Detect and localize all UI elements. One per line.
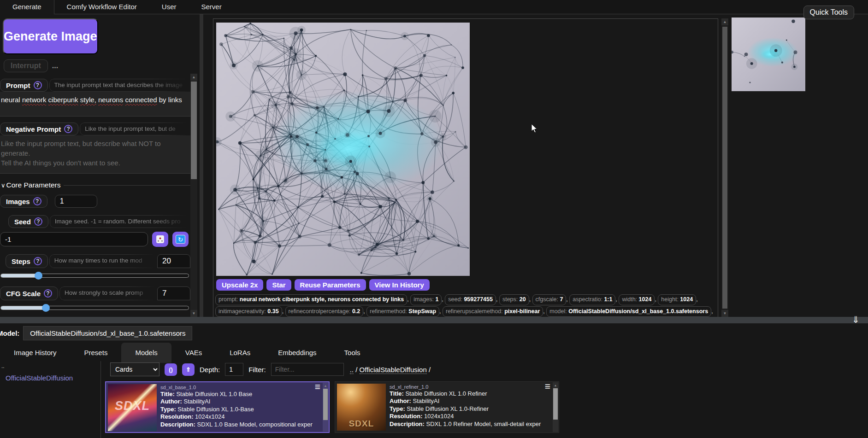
horizontal-splitter[interactable]: ⇓ [0, 317, 868, 323]
nav-tab-server[interactable]: Server [189, 0, 234, 14]
model-card-sd_xl_refiner_1.0[interactable]: SDXLsd_xl_refiner_1.0Title: Stable Diffu… [335, 381, 559, 433]
nav-tab-user[interactable]: User [149, 0, 189, 14]
help-icon[interactable]: ? [64, 125, 72, 133]
prompt-input[interactable]: neural network ciberpunk style, neurons … [0, 92, 190, 117]
steps-slider[interactable] [0, 272, 189, 280]
seed-label: Seed ? [8, 215, 48, 228]
reuse-seed-button[interactable]: ↻ [172, 232, 189, 247]
model-type: Type: Stable Diffusion XL 1.0-Refiner [390, 405, 549, 413]
metadata-pill-prompt: prompt: neural network ciberpunk style, … [215, 294, 407, 305]
model-file-name: sd_xl_base_1.0 [160, 384, 319, 391]
tab-presets[interactable]: Presets [71, 343, 122, 363]
upload-button[interactable]: ⇑ [182, 363, 195, 376]
tab-image-history[interactable]: Image History [0, 343, 71, 363]
splitter-arrow-icon[interactable]: ⇓ [852, 314, 860, 325]
refresh-button[interactable]: () [165, 363, 177, 376]
generated-image[interactable] [216, 23, 470, 276]
viewer-scrollbar[interactable]: ▲ ▼ [721, 18, 728, 317]
help-icon[interactable]: ? [33, 197, 41, 205]
metadata-pill-model: model: OfficialStableDiffusion/sd_xl_bas… [546, 306, 711, 317]
model-card-sd_xl_base_1.0[interactable]: SDXLsd_xl_base_1.0Title: Stable Diffusio… [105, 381, 330, 433]
current-model-value[interactable]: OfficialStableDiffusion/sd_xl_base_1.0.s… [23, 326, 192, 340]
cfg-scale-input[interactable] [157, 286, 190, 300]
slider-handle[interactable] [35, 272, 42, 280]
prompt-label: Prompt ? [0, 79, 48, 92]
help-icon[interactable]: ? [44, 289, 52, 298]
nav-tab-comfy-workflow-editor[interactable]: Comfy Workflow Editor [54, 0, 149, 14]
model-file-name: sd_xl_refiner_1.0 [390, 384, 549, 390]
models-toolbar: Cards () ⇑ Depth: Filter: .. / OfficialS… [110, 362, 431, 377]
seed-hint: Image seed. -1 = random. Different seeds… [50, 215, 190, 228]
nav-tab-generate[interactable]: Generate [0, 0, 54, 14]
folder-up-link[interactable]: .. [1, 363, 100, 369]
slider-handle[interactable] [42, 304, 50, 312]
quick-tools-button[interactable]: Quick Tools [803, 6, 854, 19]
core-parameters-header[interactable]: ∨ Core Parameters [1, 181, 190, 189]
refresh-icon: () [169, 366, 173, 373]
scroll-up-arrow[interactable]: ▲ [721, 18, 728, 25]
filter-label: Filter: [248, 366, 266, 374]
recycle-icon: ↻ [176, 235, 185, 244]
model-author: Author: StabilityAI [390, 397, 549, 405]
reuse-parameters-button[interactable]: Reuse Parameters [295, 279, 366, 291]
metadata-pill-images: images: 1 [410, 294, 442, 305]
metadata-pill-refinecontrolpercentage: refinecontrolpercentage: 0.2 [285, 306, 364, 317]
metadata-pill-initimagecreativity: initimagecreativity: 0.35 [215, 306, 282, 317]
scrollbar-thumb[interactable] [722, 27, 727, 309]
model-cards: SDXLsd_xl_base_1.0Title: Stable Diffusio… [105, 381, 559, 433]
card-menu-icon[interactable]: ≡ [315, 382, 320, 391]
tab-models[interactable]: Models [121, 343, 171, 363]
metadata-pill-cfgscale: cfgscale: 7 [532, 294, 567, 305]
card-scrollbar[interactable]: ▲ [323, 383, 328, 432]
prompt-text: neural network ciberpunk style, neurons … [1, 96, 182, 104]
scroll-down-arrow[interactable]: ▼ [190, 310, 197, 317]
view-in-history-button[interactable]: View In History [369, 279, 430, 291]
model-description: Description: SDXL 1.0 Refiner Model, sma… [390, 420, 549, 428]
cfg-scale-slider[interactable] [0, 304, 189, 312]
steps-input[interactable] [157, 254, 190, 268]
images-input[interactable] [55, 195, 97, 208]
scroll-up-arrow[interactable]: ▲ [190, 74, 197, 81]
card-menu-icon[interactable]: ≡ [545, 382, 550, 391]
bottom-panel: Model: OfficialStableDiffusion/sd_xl_bas… [0, 323, 868, 438]
images-label: Images ? [0, 195, 47, 208]
folder-link-officialstablediffusion[interactable]: OfficialStableDiffusion [6, 374, 100, 382]
image-action-buttons: Upscale 2xStarReuse ParametersView In Hi… [216, 279, 430, 291]
tab-tools[interactable]: Tools [331, 343, 374, 363]
breadcrumb-up-link[interactable]: .. [350, 366, 354, 374]
tab-embeddings[interactable]: Embeddings [264, 343, 330, 363]
card-scrollbar[interactable]: ▲ [553, 382, 558, 432]
steps-hint: How many times to run the mod [49, 254, 157, 268]
metadata-pill-height: height: 1024 [658, 294, 696, 305]
view-mode-select[interactable]: Cards [110, 362, 159, 376]
star-button[interactable]: Star [266, 279, 291, 291]
history-thumbnail[interactable] [732, 18, 805, 91]
model-card-info: sd_xl_base_1.0Title: Stable Diffusion XL… [157, 384, 322, 430]
interrupt-more-menu[interactable]: ... [52, 62, 58, 70]
model-type: Type: Stable Diffusion XL 1.0-Base [160, 406, 319, 413]
help-icon[interactable]: ? [34, 217, 42, 226]
model-description: Description: SDXL 1.0 Base Model, compos… [160, 421, 319, 428]
help-icon[interactable]: ? [34, 257, 42, 265]
depth-input[interactable] [225, 363, 243, 376]
left-panel-scrollbar[interactable]: ▲ ▼ [190, 74, 197, 317]
top-workspace: Generate Image Interrupt ... Prompt ? Th… [0, 14, 868, 317]
vertical-splitter[interactable] [200, 14, 203, 317]
tab-loras[interactable]: LoRAs [216, 343, 264, 363]
seed-input[interactable] [0, 232, 148, 246]
generate-image-button[interactable]: Generate Image [3, 18, 98, 54]
scroll-down-arrow[interactable]: ▼ [721, 310, 728, 317]
breadcrumb-folder-link[interactable]: OfficialStableDiffusion [360, 366, 427, 374]
upscale-2x-button[interactable]: Upscale 2x [216, 279, 263, 291]
random-seed-button[interactable] [152, 232, 168, 247]
help-icon[interactable]: ? [34, 81, 42, 89]
model-label: Model: [0, 329, 19, 337]
interrupt-button[interactable]: Interrupt [4, 59, 48, 72]
negative-prompt-hint: Like the input prompt text, but de [80, 123, 190, 135]
swarmui-app: GenerateComfy Workflow EditorUserServer … [0, 0, 868, 438]
breadcrumb: .. / OfficialStableDiffusion / [350, 366, 431, 374]
filter-input[interactable] [271, 363, 344, 376]
negative-prompt-input[interactable]: Like the input prompt text, but describe… [0, 135, 190, 174]
scrollbar-thumb[interactable] [191, 82, 197, 179]
tab-vaes[interactable]: VAEs [171, 343, 216, 363]
